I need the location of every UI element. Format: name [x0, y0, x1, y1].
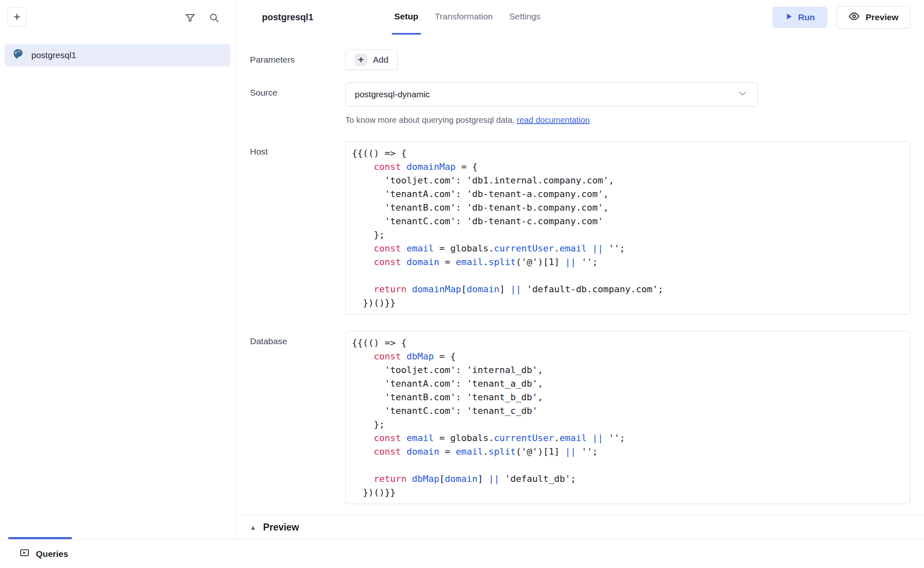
sidebar-toolbar-icons: [185, 12, 219, 23]
postgresql-elephant-icon: [12, 48, 24, 62]
chevron-down-icon: [737, 88, 748, 101]
query-sidebar: +: [0, 0, 236, 539]
bottom-bar: Queries: [0, 539, 924, 568]
source-select[interactable]: postgresql-dynamic: [345, 82, 758, 106]
preview-panel-title: Preview: [263, 522, 299, 533]
tab-settings[interactable]: Settings: [507, 0, 543, 35]
search-icon[interactable]: [209, 12, 219, 23]
add-query-button[interactable]: +: [7, 7, 26, 26]
run-button[interactable]: Run: [772, 7, 827, 28]
host-code-editor[interactable]: {{(() => { const domainMap = { 'tooljet.…: [345, 141, 910, 315]
preview-button-label: Preview: [866, 12, 898, 22]
query-list: postgresql1: [0, 44, 235, 66]
header-actions: Run Preview: [772, 0, 910, 35]
triangle-up-icon: ▲: [250, 524, 256, 530]
source-select-value: postgresql-dynamic: [355, 89, 430, 99]
tab-setup[interactable]: Setup: [392, 0, 421, 35]
query-editor-header: postgresql1 Setup Transformation Setting…: [236, 0, 924, 35]
database-code-editor[interactable]: {{(() => { const dbMap = { 'tooljet.com'…: [345, 331, 910, 504]
run-button-label: Run: [798, 12, 815, 22]
database-row: Database {{(() => { const dbMap = { 'too…: [236, 331, 924, 504]
query-editor-page: +: [0, 0, 924, 568]
query-panel-icon: [19, 548, 30, 560]
source-label: Source: [250, 82, 345, 125]
source-help-prefix: To know more about querying postgresql d…: [345, 115, 517, 124]
filter-icon[interactable]: [185, 12, 196, 23]
setup-form: Parameters + Add Source postgresql-dynam…: [236, 35, 924, 539]
eye-icon: [849, 11, 860, 24]
add-parameter-button[interactable]: + Add: [345, 49, 398, 70]
host-label: Host: [250, 141, 345, 315]
plus-icon: +: [355, 54, 367, 66]
parameters-label: Parameters: [250, 49, 345, 70]
query-list-item-postgresql1[interactable]: postgresql1: [5, 44, 231, 66]
parameters-row: Parameters + Add: [236, 49, 924, 70]
preview-panel-toggle[interactable]: ▲ Preview: [236, 515, 924, 539]
play-icon: [785, 12, 793, 23]
query-tabs: Setup Transformation Settings: [392, 0, 543, 35]
query-title[interactable]: postgresql1: [262, 12, 314, 23]
source-row: Source postgresql-dynamic To know more a…: [236, 82, 924, 125]
read-documentation-link[interactable]: read documentation: [517, 115, 590, 124]
query-editor-main: postgresql1 Setup Transformation Setting…: [236, 0, 924, 539]
queries-tab-label: Queries: [36, 549, 68, 559]
database-label: Database: [250, 331, 345, 504]
add-parameter-label: Add: [373, 55, 388, 65]
tab-transformation[interactable]: Transformation: [432, 0, 495, 35]
query-item-label: postgresql1: [31, 50, 76, 60]
preview-button[interactable]: Preview: [837, 6, 910, 28]
queries-tab[interactable]: Queries: [19, 548, 68, 560]
host-row: Host {{(() => { const domainMap = { 'too…: [236, 141, 924, 315]
source-help-text: To know more about querying postgresql d…: [345, 115, 910, 125]
app-body: +: [0, 0, 924, 539]
sidebar-toolbar: +: [0, 0, 235, 26]
